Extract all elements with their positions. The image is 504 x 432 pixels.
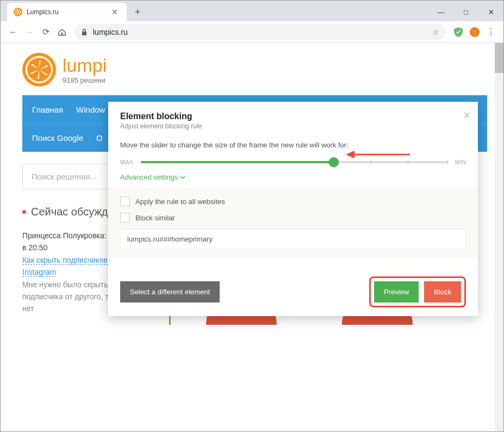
adguard-extension-icon[interactable] [452,26,464,38]
chevron-down-icon [180,175,185,180]
site-title: lumpi [63,55,107,76]
browser-tab[interactable]: Lumpics.ru ✕ [7,3,127,21]
comment-link[interactable]: Как скрыть подписчиков в Instagram [22,256,114,277]
page-viewport: lumpi 9185 решени Главная Window Поиск G… [1,43,503,432]
chrome-titlebar: Lumpics.ru ✕ + — □ ✕ [1,1,503,21]
nav-about[interactable]: О [96,133,103,143]
nav-search[interactable]: Поиск Google [32,133,83,143]
slider-track[interactable] [141,161,447,163]
tab-close-icon[interactable]: ✕ [109,8,120,16]
tab-favicon [14,8,22,16]
tab-title: Lumpics.ru [27,8,109,16]
forward-button[interactable]: → [21,24,38,40]
scrollbar-thumb[interactable] [495,43,503,73]
svg-marker-9 [346,151,354,158]
window-minimize-button[interactable]: — [428,3,453,21]
lock-icon [81,28,88,36]
menu-button[interactable]: ⋮ [483,24,499,40]
rule-text-input[interactable] [120,229,466,249]
extension-icon[interactable] [469,26,481,38]
modal-subtitle: Adjust element blocking rule [120,122,466,130]
block-similar-checkbox-row[interactable]: Block similar [120,213,466,223]
site-subtitle: 9185 решени [63,76,107,84]
site-logo[interactable] [22,53,56,87]
slider-description: Move the slider to change the size of th… [120,141,466,149]
vertical-scrollbar[interactable] [495,43,503,432]
apply-all-checkbox-row[interactable]: Apply the rule to all websites [120,196,466,206]
apply-all-label: Apply the rule to all websites [135,198,225,206]
nav-home[interactable]: Главная [32,105,63,114]
site-header: lumpi 9185 решени [22,53,487,87]
modal-close-button[interactable]: × [463,108,470,122]
browser-toolbar: ← → ⟳ lumpics.ru ☆ ⋮ [1,21,503,43]
apply-all-checkbox[interactable] [120,196,130,206]
slider-fill [141,161,334,163]
home-icon [58,28,66,36]
select-different-button[interactable]: Select a different element [120,281,220,303]
slider-max-label: MAX [120,159,133,165]
address-bar[interactable]: lumpics.ru ☆ [74,24,446,40]
size-slider[interactable]: MAX MIN [120,159,466,165]
home-button[interactable] [54,24,70,40]
annotation-arrow-icon [346,149,411,160]
url-host: lumpics.ru [93,28,128,36]
bookmark-star-icon[interactable]: ☆ [432,28,439,36]
modal-footer: Select a different element Preview Block [108,268,478,316]
window-controls: — □ ✕ [428,3,503,21]
nav-windows[interactable]: Window [76,105,105,114]
block-similar-label: Block similar [135,214,175,222]
advanced-settings-panel: Apply the rule to all websites Block sim… [108,188,478,258]
block-similar-checkbox[interactable] [120,213,130,223]
advanced-settings-toggle[interactable]: Advanced settings [120,173,466,181]
element-blocking-modal: Element blocking Adjust element blocking… [108,102,478,316]
preview-button[interactable]: Preview [374,281,419,303]
back-button[interactable]: ← [5,24,21,40]
action-buttons-highlight: Preview Block [369,276,466,307]
block-button[interactable]: Block [424,281,461,303]
new-tab-button[interactable]: + [130,4,145,20]
window-maximize-button[interactable]: □ [453,3,478,21]
slider-thumb[interactable] [329,157,339,167]
modal-title: Element blocking [120,112,466,121]
slider-min-label: MIN [455,159,466,165]
window-close-button[interactable]: ✕ [478,3,503,21]
reload-button[interactable]: ⟳ [38,24,54,40]
